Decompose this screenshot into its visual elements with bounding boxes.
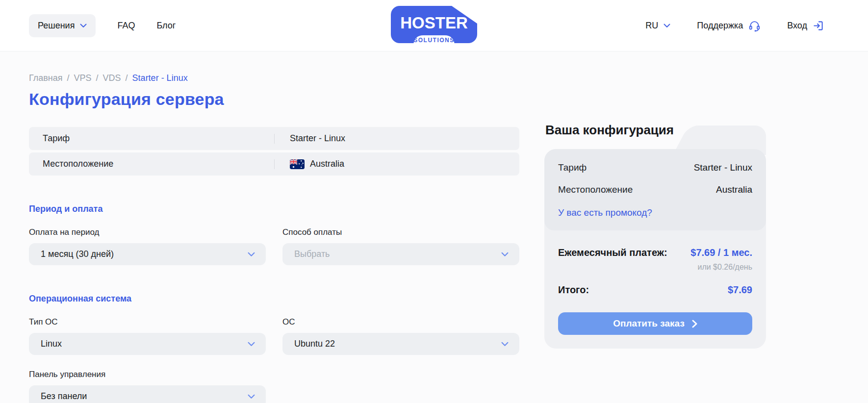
headset-icon [748, 20, 761, 32]
solutions-menu-button[interactable]: Решения [29, 14, 96, 37]
total-label: Итого: [558, 284, 589, 296]
location-row: Местоположение [29, 152, 519, 176]
main-content: Главная / VPS / VDS / Starter - Linux Ко… [0, 51, 520, 403]
promo-code-link[interactable]: У вас есть промокод? [558, 207, 652, 218]
support-link[interactable]: Поддержка [697, 20, 761, 32]
period-fields: Оплата на период 1 месяц (30 дней) Спосо… [29, 227, 519, 265]
login-label: Вход [787, 21, 807, 31]
language-label: RU [645, 21, 658, 31]
os-type-select[interactable]: Linux [29, 333, 266, 355]
period-section-heading: Период и оплата [29, 204, 520, 214]
os-type-value: Linux [41, 339, 62, 349]
summary-card-top: Тариф Starter - Linux Местоположение Aus… [544, 149, 766, 230]
os-fields: Тип ОС Linux ОС Ubuntu 22 Панель управле… [29, 317, 519, 403]
login-link[interactable]: Вход [787, 20, 824, 31]
location-row-label: Местоположение [43, 159, 274, 169]
chevron-down-icon [501, 252, 509, 257]
os-type-label: Тип ОС [29, 317, 266, 327]
nav-left: Решения FAQ Блог [29, 14, 176, 37]
chevron-down-icon [248, 342, 255, 347]
payment-method-placeholder: Выбрать [294, 249, 330, 259]
row-divider [274, 159, 275, 169]
summary-tariff-value: Starter - Linux [694, 162, 752, 173]
support-label: Поддержка [697, 21, 743, 31]
breadcrumb-current: Starter - Linux [132, 73, 188, 83]
summary-location-label: Местоположение [558, 184, 633, 195]
summary-card-bottom: Ежемесячный платеж: $7.69 / 1 мес. или $… [544, 230, 766, 335]
chevron-down-icon [248, 394, 255, 399]
config-summary-rows: Тариф Starter - Linux Местоположение [29, 127, 519, 176]
tariff-row: Тариф Starter - Linux [29, 127, 519, 150]
daily-price-note: или $0.26/день [558, 263, 752, 272]
chevron-down-icon [664, 24, 670, 28]
control-panel-field: Панель управления Без панели [29, 370, 266, 403]
nav-blog[interactable]: Блог [156, 21, 176, 31]
summary-card: Тариф Starter - Linux Местоположение Aus… [544, 149, 766, 349]
chevron-down-icon [80, 24, 87, 28]
os-section-heading: Операционная система [29, 294, 520, 304]
chevron-down-icon [248, 252, 255, 257]
total-row: Итого: $7.69 [558, 284, 752, 296]
os-label: ОС [282, 317, 519, 327]
summary-location-value: Australia [716, 184, 752, 195]
solutions-menu-label: Решения [38, 21, 75, 31]
payment-method-label: Способ оплаты [282, 227, 519, 237]
summary-tariff-label: Тариф [558, 162, 587, 173]
chevron-right-icon [692, 320, 697, 328]
tariff-row-value: Starter - Linux [290, 133, 345, 144]
breadcrumb-vds[interactable]: VDS [103, 73, 121, 83]
breadcrumb-home[interactable]: Главная [29, 73, 63, 83]
os-value: Ubuntu 22 [294, 339, 335, 349]
os-type-field: Тип ОС Linux [29, 317, 266, 355]
login-icon [813, 20, 824, 31]
breadcrumb: Главная / VPS / VDS / Starter - Linux [29, 73, 520, 83]
breadcrumb-vps[interactable]: VPS [74, 73, 92, 83]
total-value: $7.69 [728, 284, 752, 296]
control-panel-select[interactable]: Без панели [29, 385, 266, 403]
breadcrumb-separator: / [96, 73, 99, 83]
tariff-row-label: Тариф [43, 133, 274, 144]
monthly-payment-row: Ежемесячный платеж: $7.69 / 1 мес. [558, 247, 752, 258]
location-row-text: Australia [310, 159, 344, 169]
control-panel-value: Без панели [41, 391, 87, 402]
logo-badge: HOSTER SOLUTIONS [390, 5, 478, 44]
period-field-label: Оплата на период [29, 227, 266, 237]
header: Решения FAQ Блог HOSTER SOLUTIONS RU Под… [0, 0, 868, 51]
summary-tariff-row: Тариф Starter - Linux [558, 162, 752, 173]
nav-faq[interactable]: FAQ [117, 21, 135, 31]
period-select[interactable]: 1 месяц (30 дней) [29, 243, 266, 265]
row-divider [274, 134, 275, 144]
logo[interactable]: HOSTER SOLUTIONS [390, 5, 478, 46]
payment-method-select[interactable]: Выбрать [282, 243, 519, 265]
control-panel-label: Панель управления [29, 370, 266, 379]
os-select[interactable]: Ubuntu 22 [282, 333, 519, 355]
period-field: Оплата на период 1 месяц (30 дней) [29, 227, 266, 265]
pay-order-label: Оплатить заказ [613, 318, 685, 329]
configuration-summary: Ваша конфигурация Тариф Starter - Linux … [544, 123, 766, 349]
page-title: Конфигурация сервера [29, 90, 520, 109]
monthly-payment-label: Ежемесячный платеж: [558, 247, 667, 258]
chevron-down-icon [501, 342, 509, 347]
logo-title: HOSTER [400, 14, 468, 32]
location-row-value: Australia [290, 159, 344, 169]
period-select-value: 1 месяц (30 дней) [41, 249, 114, 259]
os-field: ОС Ubuntu 22 [282, 317, 519, 355]
pay-order-button[interactable]: Оплатить заказ [558, 312, 752, 335]
australia-flag-icon [290, 159, 305, 169]
monthly-payment-value: $7.69 / 1 мес. [690, 247, 752, 258]
nav-right: RU Поддержка Вход [645, 20, 824, 32]
summary-location-row: Местоположение Australia [558, 184, 752, 195]
logo-subtitle: SOLUTIONS [413, 37, 455, 44]
payment-method-field: Способ оплаты Выбрать [282, 227, 519, 265]
breadcrumb-separator: / [126, 73, 128, 83]
language-select[interactable]: RU [645, 21, 670, 31]
breadcrumb-separator: / [67, 73, 70, 83]
